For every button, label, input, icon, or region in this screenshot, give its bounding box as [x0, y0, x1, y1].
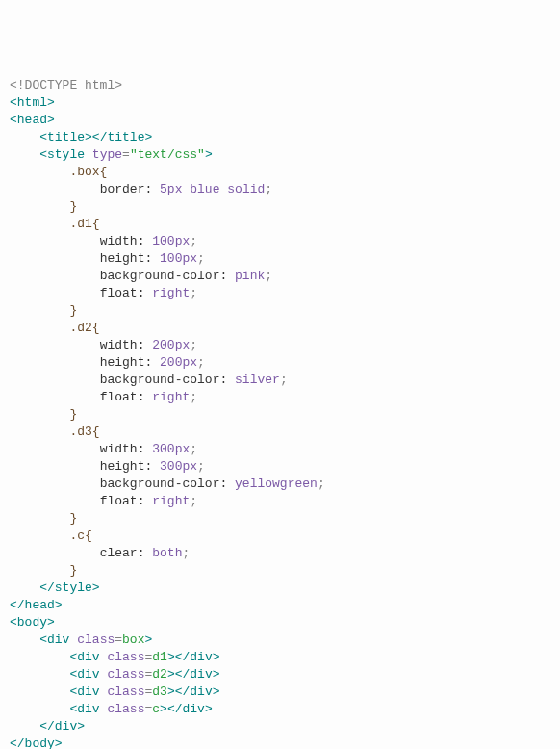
- code-line: }: [10, 406, 550, 424]
- code-line: background-color: pink;: [10, 268, 550, 285]
- doctype: <!DOCTYPE html>: [10, 78, 122, 92]
- code-line: height: 100px;: [10, 250, 550, 268]
- code-line: }: [10, 198, 550, 216]
- code-line: float: right;: [10, 493, 550, 510]
- code-line: <head>: [10, 112, 550, 129]
- code-line: }: [10, 302, 550, 320]
- code-line: width: 300px;: [10, 441, 550, 458]
- code-line: <title></title>: [10, 129, 550, 146]
- code-line: background-color: silver;: [10, 372, 550, 389]
- code-line: clear: both;: [10, 545, 550, 562]
- code-line: background-color: yellowgreen;: [10, 476, 550, 493]
- code-line: height: 300px;: [10, 458, 550, 476]
- code-line: <style type="text/css">: [10, 146, 550, 164]
- code-line: width: 100px;: [10, 233, 550, 250]
- code-line: </body>: [10, 736, 550, 749]
- code-line: border: 5px blue solid;: [10, 181, 550, 198]
- code-line: .box{: [10, 164, 550, 181]
- code-line: float: right;: [10, 389, 550, 406]
- code-line: float: right;: [10, 285, 550, 302]
- code-line: height: 200px;: [10, 354, 550, 372]
- code-line: <body>: [10, 614, 550, 632]
- code-line: </style>: [10, 580, 550, 597]
- code-line: <div class=box>: [10, 632, 550, 649]
- code-line: <div class=d1></div>: [10, 649, 550, 666]
- code-line: .d2{: [10, 320, 550, 337]
- code-line: </head>: [10, 597, 550, 614]
- code-line: width: 200px;: [10, 337, 550, 354]
- code-line: <!DOCTYPE html>: [10, 77, 550, 94]
- code-line: }: [10, 562, 550, 580]
- code-line: <div class=d3></div>: [10, 684, 550, 701]
- code-line: <html>: [10, 94, 550, 112]
- code-line: .d3{: [10, 424, 550, 441]
- code-block: <!DOCTYPE html><html><head> <title></tit…: [10, 77, 550, 749]
- code-line: }: [10, 510, 550, 528]
- code-line: </div>: [10, 718, 550, 736]
- code-line: <div class=c></div>: [10, 701, 550, 718]
- code-line: <div class=d2></div>: [10, 666, 550, 684]
- code-line: .c{: [10, 528, 550, 545]
- code-line: .d1{: [10, 216, 550, 233]
